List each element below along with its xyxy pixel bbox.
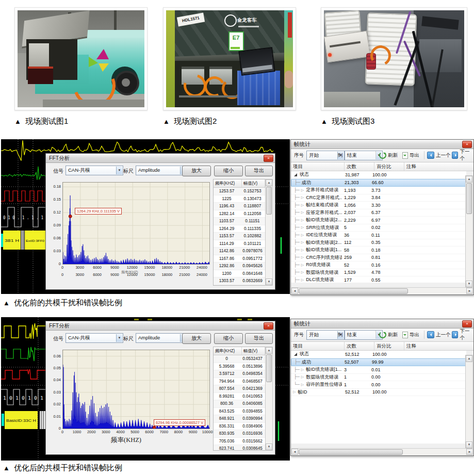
export-button[interactable]: 导出 [401,330,420,339]
stats-tree-row[interactable]: ├─▷SRR位填充错误50.02 [291,224,466,232]
tree-expand-icon[interactable]: ▷ [301,255,304,259]
export-button[interactable]: 导出 [245,166,273,176]
tree-expand-icon[interactable]: ▷ [301,375,304,379]
previous-button[interactable]: 上一个 [426,151,452,160]
signal-select[interactable]: CAN-共模▼ [66,333,123,343]
peak-table-row[interactable]: 1303.570.0832669 [214,285,265,286]
stats-tree-row[interactable]: ├─▷数据场填充错误1,5294.78 [291,269,466,277]
tree-expand-icon[interactable]: ▷ [301,383,304,387]
stats-tree-row[interactable]: ├─成功52,50799.99 [291,358,466,367]
next-button[interactable]: 下一个 [451,330,473,339]
tree-expand-icon[interactable]: ▷ [301,240,304,244]
tree-expand-icon[interactable]: ▷ [301,263,304,267]
peak-table-row[interactable]: 3.597120.0498354 [214,370,265,378]
stats-tree-row[interactable]: ├─▷R0填充错误520.16 [291,261,466,269]
window-titlebar[interactable]: 帧统计 × [291,140,473,149]
stats-horizontal-scrollbar[interactable]: ◄ ► [291,287,473,294]
scroll-down-icon[interactable]: ▼ [466,281,472,287]
zoom-out-button[interactable]: 缩小 [214,333,243,344]
peak-table-row[interactable]: 5.395680.0513896 [214,363,265,371]
export-button[interactable]: 导出 [401,151,420,160]
tree-expand-icon[interactable]: ▷ [301,188,304,192]
window-titlebar[interactable]: FFT分析 × [46,154,275,163]
scroll-left-icon[interactable]: ◄ [291,288,298,294]
peak-table-row[interactable]: 1167.860.0951772 [214,255,265,263]
stats-tree-row[interactable]: ├─成功21,30366.60 [291,179,466,187]
peak-table-row[interactable]: 00.0532437 [214,355,265,363]
scrollbar-thumb[interactable] [466,183,472,214]
tree-expand-icon[interactable]: ▷ [301,278,304,282]
peak-table-row[interactable]: 1103.570.11151 [214,218,265,225]
refresh-button[interactable]: 刷新 [378,151,399,160]
tree-collapse-icon[interactable] [294,353,297,356]
peak-table-row[interactable]: 1292.860.0945626 [214,262,265,270]
scale-select[interactable]: Amplitude▼ [136,166,187,175]
stats-tree-row[interactable]: ├─▷帧ID填充错误[1...30.01 [291,366,466,374]
close-icon[interactable]: × [462,320,472,327]
previous-button[interactable]: 上一个 [426,330,452,339]
stats-tree-row[interactable]: ├─▷帧ID填充错误[1...580.18 [291,247,466,254]
next-button[interactable]: 下一个 [451,151,473,160]
peak-table-scrollbar[interactable]: ▲ ▼ [265,347,273,451]
peak-table-row[interactable]: 807.5540.0421369 [214,385,265,393]
tree-expand-icon[interactable]: ▷ [301,225,304,229]
tree-expand-icon[interactable]: ▷ [301,233,304,237]
stats-tree-row[interactable]: ├─▷CRC序列填充错误2590.81 [291,254,466,262]
stats-vertical-scrollbar[interactable]: ▲ ▼ [465,355,473,449]
stats-tree-row[interactable]: ▷帧ID52,512100.00 [291,389,466,397]
peak-table-row[interactable]: 705.0360.0315662 [214,438,265,446]
close-icon[interactable]: × [264,155,273,162]
stats-tree-row[interactable]: 状态31,987100.00 [291,171,466,179]
peak-table-row[interactable]: 843.5250.0394855 [214,408,265,416]
stats-tree-row[interactable]: ├─▷数据场填充错误10.00 [291,374,466,382]
stats-tree-row[interactable]: ├─▷应答定界符格式...2,0376.37 [291,209,466,217]
range-end-select[interactable]: 结束▼ [345,151,383,160]
stats-tree-row[interactable]: ├─▷帧结束格式错误1,0563.30 [291,202,466,209]
scrollbar-thumb[interactable] [266,354,272,382]
stats-tree-row[interactable]: ├─▷帧ID填充错误[2...2,2296.97 [291,217,466,224]
peak-table-row[interactable]: 1282.140.112058 [214,210,265,218]
window-titlebar[interactable]: FFT分析 × [46,321,275,331]
peak-table-row[interactable]: 830.9350.0316936 [214,430,265,438]
scale-select[interactable]: Amplitude▼ [136,333,187,343]
stats-tree-row[interactable]: └─▷容许的显性位错误10.00 [291,381,466,389]
export-button[interactable]: 导出 [245,333,273,344]
stats-tree-row[interactable]: 状态52,512100.00 [291,351,466,358]
window-titlebar[interactable]: 帧统计 × [291,319,473,329]
tree-expand-icon[interactable]: ▷ [301,368,304,372]
peak-table-row[interactable]: 1253.570.152753 [214,188,265,195]
scroll-right-icon[interactable]: ► [466,449,473,455]
stats-tree-row[interactable]: ├─▷IDE位填充错误360.11 [291,232,466,239]
stats-vertical-scrollbar[interactable]: ▲ ▼ [465,175,473,288]
tree-expand-icon[interactable]: ▷ [301,203,304,207]
scroll-down-icon[interactable]: ▼ [466,441,472,448]
peak-table-scrollbar[interactable]: ▲ ▼ [265,179,273,286]
close-icon[interactable]: × [462,141,472,148]
peak-table-row[interactable]: 848.9210.0390994 [214,415,265,423]
stats-tree-row[interactable]: ├─▷定界符格式错误1,1933.73 [291,187,466,194]
peak-table-row[interactable]: 12250.130473 [214,195,265,203]
stats-tree-row[interactable]: ├─▷DLC填充错误1770.55 [291,276,466,283]
peak-table-row[interactable]: 1196.430.118807 [214,203,265,210]
scrollbar-thumb[interactable] [299,288,408,294]
tree-expand-icon[interactable]: ▷ [301,218,304,222]
scroll-right-icon[interactable]: ► [466,288,473,294]
scroll-up-icon[interactable]: ▲ [466,355,472,362]
stats-tree-row[interactable]: ├─▷CRC定界符格式...1,2293.84 [291,194,466,202]
zoom-in-button[interactable]: 放大 [182,333,211,344]
tree-expand-icon[interactable]: ▷ [301,210,304,215]
scroll-down-icon[interactable]: ▼ [266,278,272,285]
range-end-select[interactable]: 结束▼ [345,330,383,340]
signal-select[interactable]: CAN-共模▼ [66,166,123,175]
scroll-down-icon[interactable]: ▼ [266,444,272,450]
zoom-out-button[interactable]: 缩小 [214,166,243,176]
peak-table-row[interactable]: 1264.290.111335 [214,225,265,233]
scroll-up-icon[interactable]: ▲ [266,347,272,354]
peak-table-row[interactable]: 8.992810.0410953 [214,393,265,401]
peak-table-row[interactable]: 823.7410.0308645 [214,445,265,451]
stats-tree-row[interactable]: ├─▷帧ID填充错误[2...1120.35 [291,239,466,247]
refresh-button[interactable]: 刷新 [378,330,399,339]
scrollbar-thumb[interactable] [299,449,403,455]
tree-collapse-icon[interactable] [294,173,297,176]
peak-table-row[interactable]: 1142.860.0978076 [214,248,265,255]
